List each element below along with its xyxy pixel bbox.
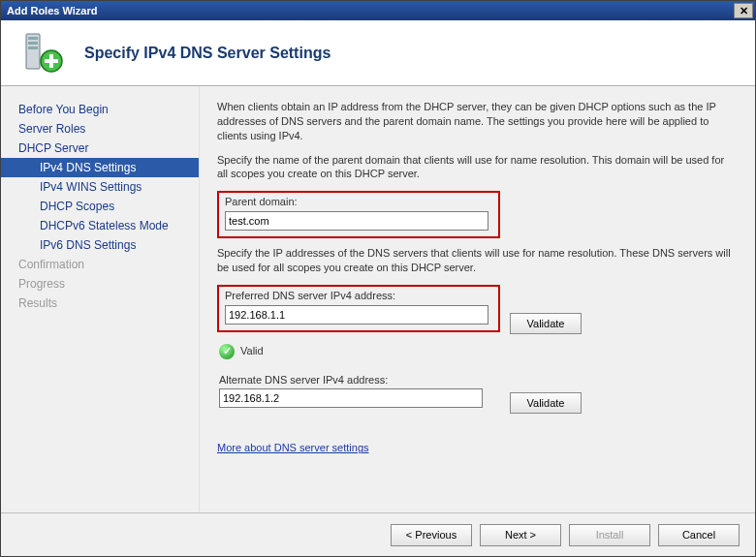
intro-paragraph-2: Specify the name of the parent domain th… [217, 153, 738, 182]
nav-item-ipv4-wins-settings[interactable]: IPv4 WINS Settings [1, 177, 199, 197]
footer-buttons: < Previous Next > Install Cancel [1, 512, 755, 556]
dns-paragraph: Specify the IP addresses of the DNS serv… [217, 246, 738, 275]
validation-status: ✓ Valid [219, 344, 738, 359]
svg-rect-3 [28, 46, 38, 49]
nav-item-before-you-begin[interactable]: Before You Begin [1, 100, 199, 119]
alternate-dns-label: Alternate DNS server IPv4 address: [219, 373, 494, 387]
nav-item-progress: Progress [1, 274, 199, 294]
nav-item-dhcp-scopes[interactable]: DHCP Scopes [1, 197, 199, 216]
cancel-button[interactable]: Cancel [658, 524, 740, 546]
nav-item-ipv6-dns-settings[interactable]: IPv6 DNS Settings [1, 235, 199, 255]
page-title: Specify IPv4 DNS Server Settings [84, 45, 331, 62]
svg-rect-1 [28, 37, 38, 40]
content-pane: When clients obtain an IP address from t… [200, 86, 755, 512]
preferred-dns-input[interactable] [225, 305, 488, 325]
parent-domain-label: Parent domain: [225, 195, 492, 209]
more-info-link[interactable]: More about DNS server settings [217, 441, 369, 455]
close-icon[interactable]: ✕ [734, 3, 753, 18]
server-icon [20, 30, 67, 77]
nav-item-confirmation: Confirmation [1, 255, 199, 274]
titlebar: Add Roles Wizard ✕ [1, 1, 755, 20]
install-button[interactable]: Install [569, 524, 650, 546]
alternate-dns-group: Alternate DNS server IPv4 address: [217, 371, 500, 415]
preferred-dns-group: Preferred DNS server IPv4 address: [217, 285, 500, 332]
nav-item-ipv4-dns-settings[interactable]: IPv4 DNS Settings [1, 158, 199, 177]
svg-rect-2 [28, 42, 38, 45]
validate-preferred-button[interactable]: Validate [510, 313, 582, 334]
sidebar-nav: Before You BeginServer RolesDHCP ServerI… [1, 86, 200, 512]
nav-item-dhcp-server[interactable]: DHCP Server [1, 139, 199, 158]
header: Specify IPv4 DNS Server Settings [1, 20, 755, 86]
parent-domain-input[interactable] [225, 211, 488, 231]
nav-item-server-roles[interactable]: Server Roles [1, 119, 199, 139]
alternate-dns-input[interactable] [219, 388, 483, 408]
intro-paragraph-1: When clients obtain an IP address from t… [217, 100, 738, 143]
valid-status-text: Valid [240, 344, 264, 358]
svg-rect-6 [45, 59, 58, 63]
parent-domain-group: Parent domain: [217, 191, 500, 238]
next-button[interactable]: Next > [480, 524, 561, 546]
validate-alternate-button[interactable]: Validate [510, 392, 582, 414]
window-title: Add Roles Wizard [7, 5, 97, 16]
nav-item-dhcpv6-stateless-mode[interactable]: DHCPv6 Stateless Mode [1, 216, 199, 235]
checkmark-icon: ✓ [219, 344, 235, 359]
preferred-dns-label: Preferred DNS server IPv4 address: [225, 289, 492, 303]
previous-button[interactable]: < Previous [391, 524, 472, 546]
nav-item-results: Results [1, 294, 199, 313]
